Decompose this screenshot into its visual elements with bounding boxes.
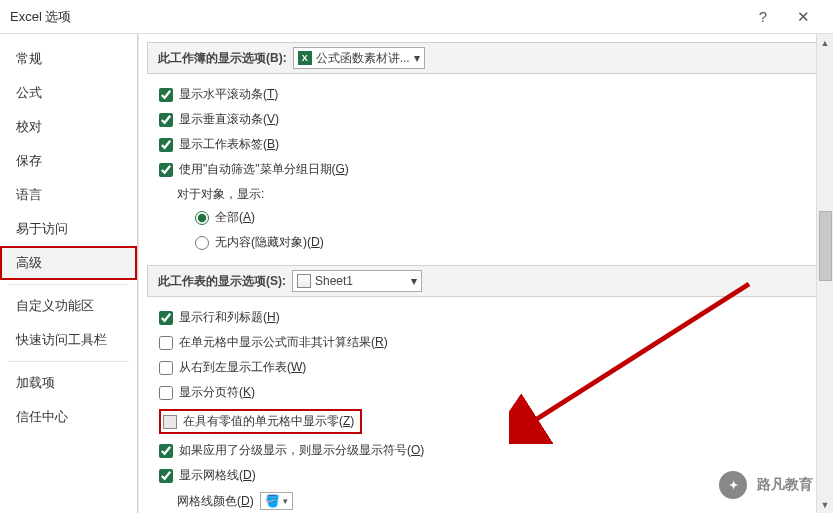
worksheet-selector[interactable]: Sheet1 ▾ xyxy=(292,270,422,292)
scrollbar-thumb[interactable] xyxy=(819,211,832,281)
gridline-color-row: 网格线颜色(D) 🪣 ▾ xyxy=(159,488,813,513)
sidebar-item[interactable]: 易于访问 xyxy=(0,212,137,246)
scroll-down-icon[interactable]: ▼ xyxy=(817,496,833,513)
sidebar-item[interactable]: 公式 xyxy=(0,76,137,110)
opt-rtl-sheet[interactable]: 从右到左显示工作表(W) xyxy=(159,355,813,380)
opt-obj-all[interactable]: 全部(A) xyxy=(159,205,813,230)
wechat-icon: ✦ xyxy=(719,471,747,499)
excel-icon: X xyxy=(298,51,312,65)
fill-bucket-icon: 🪣 xyxy=(265,494,280,508)
opt-vscroll[interactable]: 显示垂直滚动条(V) xyxy=(159,107,813,132)
opt-gridlines[interactable]: 显示网格线(D) xyxy=(159,463,813,488)
section-worksheet-display: 此工作表的显示选项(S): Sheet1 ▾ xyxy=(147,265,825,297)
opt-obj-none[interactable]: 无内容(隐藏对象)(D) xyxy=(159,230,813,255)
section-workbook-display: 此工作簿的显示选项(B): X 公式函数素材讲... ▾ xyxy=(147,42,825,74)
sidebar-item[interactable]: 自定义功能区 xyxy=(0,289,137,323)
opt-tabs[interactable]: 显示工作表标签(B) xyxy=(159,132,813,157)
sheet-icon xyxy=(297,274,311,288)
chevron-down-icon: ▾ xyxy=(411,274,417,288)
opt-pagebreaks[interactable]: 显示分页符(K) xyxy=(159,380,813,405)
workbook-selector[interactable]: X 公式函数素材讲... ▾ xyxy=(293,47,425,69)
chevron-down-icon: ▾ xyxy=(283,496,288,506)
opt-hscroll[interactable]: 显示水平滚动条(T) xyxy=(159,82,813,107)
sidebar-item[interactable]: 信任中心 xyxy=(0,400,137,434)
vertical-scrollbar[interactable]: ▲ ▼ xyxy=(816,34,833,513)
content-panel: 此工作簿的显示选项(B): X 公式函数素材讲... ▾ 显示水平滚动条(T) … xyxy=(138,34,833,513)
objects-label: 对于对象，显示: xyxy=(159,182,813,205)
sidebar-item[interactable]: 高级 xyxy=(0,246,137,280)
chevron-down-icon: ▾ xyxy=(414,51,420,65)
opt-rowcol-headers[interactable]: 显示行和列标题(H) xyxy=(159,305,813,330)
close-button[interactable]: ✕ xyxy=(783,0,823,34)
opt-autofilter[interactable]: 使用"自动筛选"菜单分组日期(G) xyxy=(159,157,813,182)
gridline-color-picker[interactable]: 🪣 ▾ xyxy=(260,492,293,510)
scroll-up-icon[interactable]: ▲ xyxy=(817,34,833,51)
sidebar-item[interactable]: 语言 xyxy=(0,178,137,212)
sidebar-item[interactable]: 常规 xyxy=(0,42,137,76)
sidebar-item[interactable]: 校对 xyxy=(0,110,137,144)
sidebar-item[interactable]: 保存 xyxy=(0,144,137,178)
opt-show-formulas[interactable]: 在单元格中显示公式而非其计算结果(R) xyxy=(159,330,813,355)
window-title: Excel 选项 xyxy=(10,8,743,26)
sidebar: 常规公式校对保存语言易于访问高级自定义功能区快速访问工具栏加载项信任中心 xyxy=(0,34,138,513)
sidebar-item[interactable]: 加载项 xyxy=(0,366,137,400)
sidebar-item[interactable]: 快速访问工具栏 xyxy=(0,323,137,357)
title-bar: Excel 选项 ? ✕ xyxy=(0,0,833,34)
help-button[interactable]: ? xyxy=(743,0,783,34)
opt-show-zero[interactable]: 在具有零值的单元格中显示零(Z) xyxy=(159,405,813,438)
watermark: ✦ 路凡教育 xyxy=(719,471,813,499)
opt-outline-symbols[interactable]: 如果应用了分级显示，则显示分级显示符号(O) xyxy=(159,438,813,463)
